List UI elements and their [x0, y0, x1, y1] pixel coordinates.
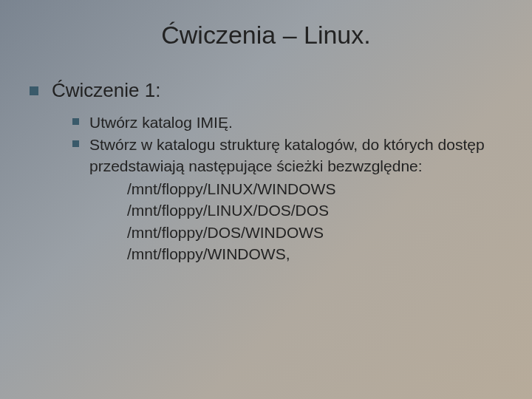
slide-content: Ćwiczenie 1: Utwórz katalog IMIĘ. Stwórz… [0, 57, 532, 265]
instruction-text: Utwórz katalog IMIĘ. [89, 112, 233, 133]
exercise-heading: Ćwiczenie 1: [52, 79, 160, 102]
square-bullet-icon [30, 86, 38, 95]
slide: Ćwiczenia – Linux. Ćwiczenie 1: Utwórz k… [0, 0, 532, 399]
sub-list: Utwórz katalog IMIĘ. Stwórz w katalogu s… [72, 112, 502, 177]
path-list: /mnt/floppy/LINUX/WINDOWS /mnt/floppy/LI… [127, 178, 502, 265]
list-item: Stwórz w katalogu strukturę katalogów, d… [72, 134, 502, 177]
path-text: /mnt/floppy/DOS/WINDOWS [127, 222, 502, 243]
square-bullet-icon [72, 140, 79, 147]
path-text: /mnt/floppy/WINDOWS, [127, 243, 502, 265]
list-item: Utwórz katalog IMIĘ. [72, 112, 502, 133]
path-text: /mnt/floppy/LINUX/DOS/DOS [127, 200, 502, 221]
list-item: Ćwiczenie 1: [30, 79, 502, 102]
path-text: /mnt/floppy/LINUX/WINDOWS [127, 178, 502, 200]
square-bullet-icon [72, 118, 79, 125]
slide-title: Ćwiczenia – Linux. [0, 0, 532, 57]
instruction-text: Stwórz w katalogu strukturę katalogów, d… [89, 134, 502, 177]
